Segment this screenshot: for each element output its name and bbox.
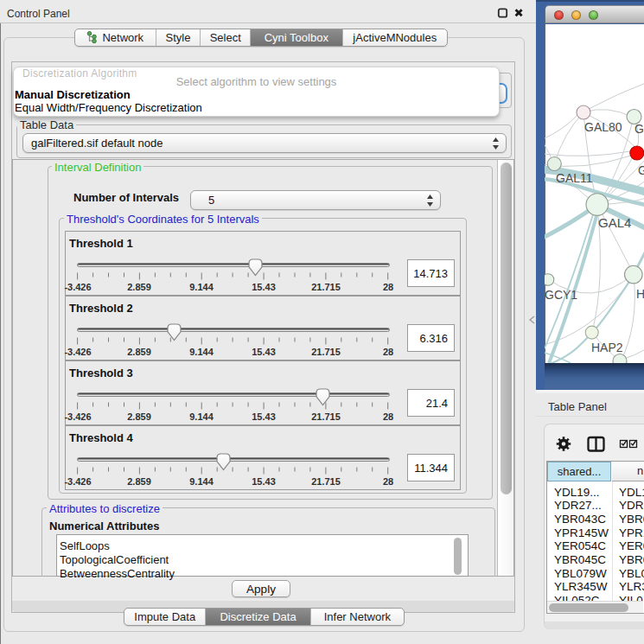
svg-text:GCY1: GCY1 (545, 288, 577, 302)
svg-text:GAL4: GAL4 (598, 215, 631, 230)
svg-text:G: G (638, 163, 644, 177)
svg-text:GA: GA (634, 122, 644, 136)
svg-text:HE: HE (636, 287, 644, 301)
svg-text:HAP2: HAP2 (591, 341, 623, 354)
svg-text:GAL11: GAL11 (556, 171, 593, 185)
svg-text:GAL80: GAL80 (584, 120, 622, 134)
